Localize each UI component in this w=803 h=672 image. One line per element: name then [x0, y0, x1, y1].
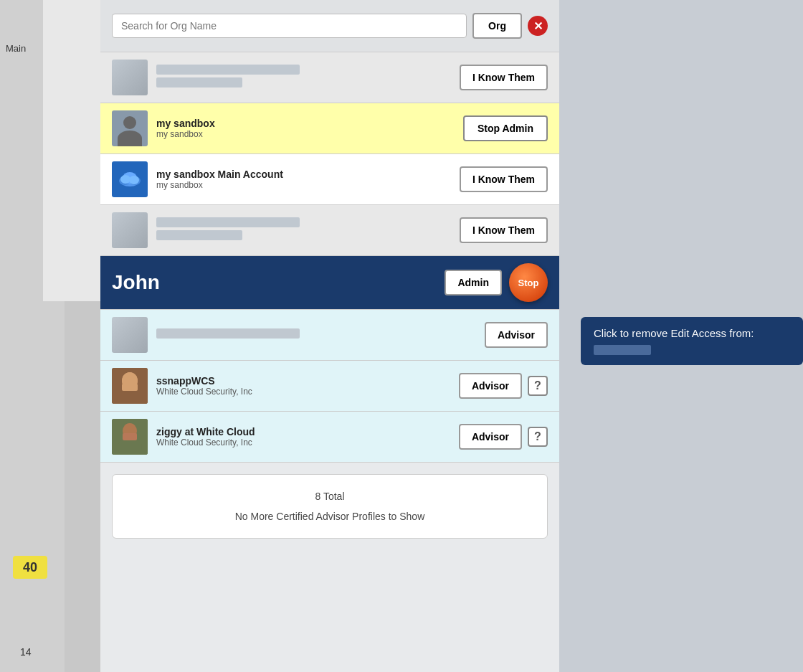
avatar-cloud — [112, 161, 148, 197]
user-org-ssnapp: White Cloud Security, Inc — [156, 387, 459, 397]
advisor-button-2[interactable]: Advisor — [459, 373, 522, 399]
i-know-them-button-1[interactable]: I Know Them — [460, 65, 548, 90]
search-bar: Org ✕ — [100, 0, 559, 52]
sidebar-main-label: Main — [0, 43, 26, 54]
svg-rect-10 — [122, 384, 138, 391]
question-button-2[interactable]: ? — [528, 427, 548, 447]
i-know-them-button-3[interactable]: I Know Them — [460, 217, 548, 243]
list-item-ssnappwcs: ssnappWCS White Cloud Security, Inc Advi… — [100, 361, 559, 412]
sidebar-panel — [43, 0, 108, 301]
user-name-ziggy: ziggy at White Cloud — [156, 426, 459, 437]
admin-button[interactable]: Admin — [445, 270, 502, 295]
avatar — [112, 60, 148, 95]
blurred-name — [156, 65, 300, 75]
question-button-1[interactable]: ? — [528, 376, 548, 396]
list-item-sandbox-main: my sandbox Main Account my sandbox I Kno… — [100, 154, 559, 205]
blurred-name — [156, 217, 300, 227]
blurred-org — [156, 77, 242, 87]
user-info: my sandbox Main Account my sandbox — [156, 169, 460, 190]
close-button[interactable]: ✕ — [528, 16, 548, 36]
advisor-button-3[interactable]: Advisor — [459, 424, 522, 450]
footer-box: 8 Total No More Certified Advisor Profil… — [112, 474, 548, 539]
user-info: John — [112, 271, 445, 294]
user-org-ziggy: White Cloud Security, Inc — [156, 437, 459, 448]
avatar — [112, 212, 148, 248]
search-input[interactable] — [112, 14, 467, 38]
sidebar-number: 14 — [20, 646, 32, 658]
close-icon: ✕ — [533, 19, 543, 33]
tooltip: Click to remove Edit Access from: — [581, 317, 803, 365]
user-name-ssnapp: ssnappWCS — [156, 375, 459, 387]
org-button[interactable]: Org — [472, 13, 522, 39]
main-content: Org ✕ I Know Them my sandbox my sandbox … — [100, 0, 559, 672]
blurred-org — [156, 230, 242, 240]
list-item-blurred-2: I Know Them — [100, 205, 559, 256]
svg-point-5 — [129, 176, 139, 184]
user-info — [156, 217, 460, 243]
user-name: my sandbox Main Account — [156, 169, 460, 180]
stop-circle-button[interactable]: Stop — [509, 263, 548, 302]
advisor-button-1[interactable]: Advisor — [485, 322, 548, 348]
list-item-blurred-advisor: Advisor Click to remove Edit Access from… — [100, 310, 559, 361]
avatar-person — [112, 110, 148, 146]
avatar — [112, 317, 148, 353]
user-info: ziggy at White Cloud White Cloud Securit… — [156, 426, 459, 448]
user-info: my sandbox my sandbox — [156, 118, 463, 139]
footer-message: No More Certified Advisor Profiles to Sh… — [124, 506, 536, 526]
svg-point-4 — [120, 175, 130, 184]
list-item: I Know Them — [100, 52, 559, 103]
footer-total: 8 Total — [124, 486, 536, 506]
list-item-john: John Admin Stop — [100, 256, 559, 310]
svg-rect-14 — [123, 433, 137, 440]
blurred-name — [156, 328, 300, 339]
user-name-john: John — [112, 271, 445, 294]
sidebar-badge: 40 — [13, 556, 47, 579]
user-info — [156, 65, 460, 90]
user-name: my sandbox — [156, 118, 463, 129]
tooltip-text: Click to remove Edit Access from: — [594, 327, 754, 339]
user-list: I Know Them my sandbox my sandbox Stop A… — [100, 52, 559, 463]
i-know-them-button-2[interactable]: I Know Them — [460, 166, 548, 192]
stop-admin-button[interactable]: Stop Admin — [463, 115, 548, 141]
avatar-ssnapp — [112, 368, 148, 404]
list-item-ziggy: ziggy at White Cloud White Cloud Securit… — [100, 412, 559, 463]
list-item-my-sandbox-admin: my sandbox my sandbox Stop Admin — [100, 103, 559, 154]
avatar-ziggy — [112, 419, 148, 455]
tooltip-blurred-name — [594, 345, 651, 355]
user-org: my sandbox — [156, 129, 463, 139]
user-org: my sandbox — [156, 180, 460, 190]
user-info: ssnappWCS White Cloud Security, Inc — [156, 375, 459, 397]
user-info — [156, 328, 485, 341]
